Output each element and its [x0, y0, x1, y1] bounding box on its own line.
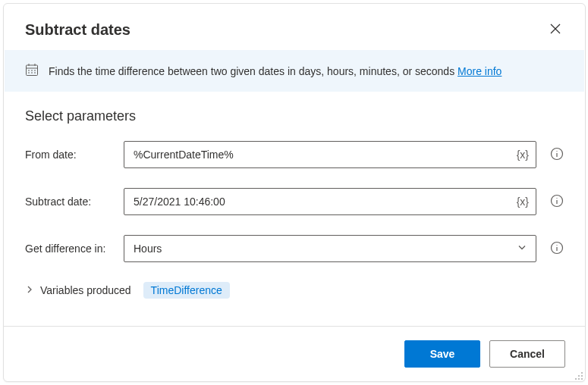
svg-point-20	[556, 244, 557, 245]
dialog-title: Subtract dates	[25, 21, 130, 39]
dialog-body: Select parameters From date: {x} Subtrac…	[4, 92, 585, 326]
section-title: Select parameters	[25, 108, 564, 124]
subtract-date-input[interactable]	[124, 188, 536, 215]
variables-produced-label: Variables produced	[40, 284, 131, 296]
banner-text: Finds the time difference between two gi…	[49, 65, 458, 77]
calendar-icon	[24, 62, 39, 80]
subtract-date-label: Subtract date:	[25, 196, 115, 208]
dialog-footer: Save Cancel	[4, 326, 585, 381]
expand-variables-toggle[interactable]	[25, 284, 34, 296]
subtract-date-row: Subtract date: {x}	[25, 188, 564, 215]
variable-token-icon[interactable]: {x}	[517, 196, 529, 208]
subtract-date-info-button[interactable]	[546, 194, 564, 210]
subtract-date-input-wrap: {x}	[124, 188, 536, 215]
variables-produced-row: Variables produced TimeDifference	[25, 282, 564, 299]
svg-point-24	[581, 378, 583, 380]
subtract-dates-dialog: Subtract dates Finds the time difference…	[3, 3, 586, 382]
resize-grip[interactable]	[574, 371, 583, 380]
from-date-info-button[interactable]	[546, 147, 564, 163]
svg-point-26	[575, 378, 577, 380]
svg-point-23	[578, 375, 580, 377]
close-button[interactable]	[546, 19, 565, 41]
difference-in-label: Get difference in:	[25, 243, 115, 255]
more-info-link[interactable]: More info	[458, 65, 502, 77]
variable-token-icon[interactable]: {x}	[517, 149, 529, 161]
difference-in-select-wrap	[124, 235, 536, 262]
cancel-button[interactable]: Cancel	[489, 340, 565, 368]
from-date-label: From date:	[25, 149, 115, 161]
svg-point-25	[578, 378, 580, 380]
svg-point-17	[556, 197, 557, 198]
info-icon	[550, 147, 564, 163]
variable-chip-timedifference[interactable]: TimeDifference	[143, 282, 230, 299]
from-date-input[interactable]	[124, 141, 536, 168]
banner-description: Finds the time difference between two gi…	[49, 65, 502, 77]
close-icon	[550, 23, 561, 36]
svg-point-22	[581, 375, 583, 377]
svg-point-21	[581, 372, 583, 374]
info-banner: Finds the time difference between two gi…	[5, 50, 584, 92]
from-date-row: From date: {x}	[25, 141, 564, 168]
save-button[interactable]: Save	[404, 340, 480, 368]
svg-point-14	[556, 150, 557, 151]
dialog-header: Subtract dates	[4, 4, 585, 50]
info-icon	[550, 241, 564, 257]
difference-in-info-button[interactable]	[546, 241, 564, 257]
info-icon	[550, 194, 564, 210]
chevron-right-icon	[25, 284, 34, 296]
difference-in-row: Get difference in:	[25, 235, 564, 262]
from-date-input-wrap: {x}	[124, 141, 536, 168]
difference-in-select[interactable]	[124, 235, 536, 262]
